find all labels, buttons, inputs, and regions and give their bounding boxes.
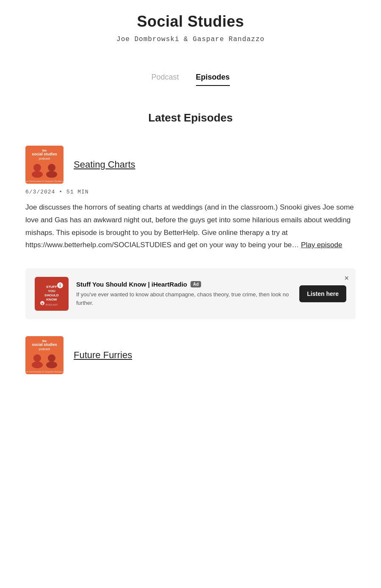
svg-text:i: i [60, 283, 61, 288]
episode-item: the social studies podcast Joe Dombrowsk… [25, 146, 356, 251]
listen-here-button[interactable]: Listen here [299, 285, 346, 302]
episode-date: 6/3/2024 [25, 189, 55, 195]
svg-text:PODCAST: PODCAST [45, 304, 58, 306]
podcast-title: Social Studies [25, 13, 356, 30]
ad-title-row: Stuff You Should Know | iHeartRadio Ad [76, 281, 292, 288]
ad-description: If you've ever wanted to know about cham… [76, 290, 292, 307]
ad-banner: × i STUFF YOU SHOULD KNOW PODCAST ♥ Stuf… [25, 268, 356, 319]
svg-text:Joe Dombrowski & Gaspare Randa: Joe Dombrowski & Gaspare Randazzo [25, 180, 64, 182]
tab-episodes[interactable]: Episodes [196, 73, 230, 86]
svg-text:STUFF: STUFF [46, 285, 57, 289]
svg-text:social studies: social studies [32, 152, 57, 156]
svg-text:♥: ♥ [41, 302, 43, 305]
svg-point-26 [46, 362, 57, 368]
episode-item-2: the social studies podcast Joe Dombrowsk… [25, 336, 356, 379]
svg-point-24 [32, 362, 43, 368]
svg-text:social studies: social studies [32, 342, 57, 347]
tabs-section: Podcast Episodes [25, 73, 356, 86]
svg-text:the: the [42, 340, 47, 342]
episode-thumbnail: the social studies podcast Joe Dombrowsk… [25, 146, 64, 184]
podcast-authors: Joe Dombrowski & Gaspare Randazzo [25, 36, 356, 43]
ad-title: Stuff You Should Know | iHeartRadio [76, 281, 187, 288]
svg-text:Joe Dombrowski & Gaspare Randa: Joe Dombrowski & Gaspare Randazzo [25, 370, 64, 373]
svg-text:the: the [42, 149, 47, 152]
episode-2-title-link[interactable]: Future Furries [74, 350, 132, 361]
latest-episodes-heading: Latest Episodes [25, 111, 356, 124]
svg-point-6 [48, 164, 55, 171]
episode-duration: 51 MIN [66, 189, 89, 195]
header-section: Social Studies Joe Dombrowski & Gaspare … [25, 0, 356, 52]
episode-thumbnail-art: the social studies podcast Joe Dombrowsk… [25, 146, 64, 184]
svg-text:YOU: YOU [48, 289, 55, 293]
episode-2-thumbnail: the social studies podcast Joe Dombrowsk… [25, 336, 64, 374]
episode-2-thumbnail-art: the social studies podcast Joe Dombrowsk… [25, 336, 64, 374]
svg-point-25 [48, 354, 55, 362]
ad-content: Stuff You Should Know | iHeartRadio Ad I… [76, 281, 292, 307]
ad-thumbnail-art: i STUFF YOU SHOULD KNOW PODCAST ♥ [37, 279, 66, 308]
episode-top: the social studies podcast Joe Dombrowsk… [25, 146, 356, 184]
svg-text:KNOW: KNOW [46, 298, 57, 301]
play-episode-link[interactable]: Play episode [301, 241, 342, 249]
episode-meta: 6/3/2024 • 51 MIN [25, 189, 356, 195]
svg-point-7 [46, 171, 57, 178]
svg-text:podcast: podcast [39, 157, 50, 160]
episode-2-top: the social studies podcast Joe Dombrowsk… [25, 336, 356, 374]
episode-title-link[interactable]: Seating Charts [74, 159, 135, 170]
svg-text:podcast: podcast [39, 347, 50, 351]
svg-point-4 [33, 164, 41, 171]
svg-text:SHOULD: SHOULD [44, 293, 59, 297]
svg-point-23 [33, 354, 41, 362]
ad-thumbnail: i STUFF YOU SHOULD KNOW PODCAST ♥ [35, 277, 69, 311]
episode-separator: • [59, 189, 66, 195]
svg-point-5 [32, 171, 43, 178]
tab-podcast[interactable]: Podcast [151, 73, 179, 86]
ad-close-button[interactable]: × [344, 274, 349, 282]
ad-badge: Ad [190, 281, 201, 287]
episode-description: Joe discusses the horrors of seating cha… [25, 201, 356, 251]
